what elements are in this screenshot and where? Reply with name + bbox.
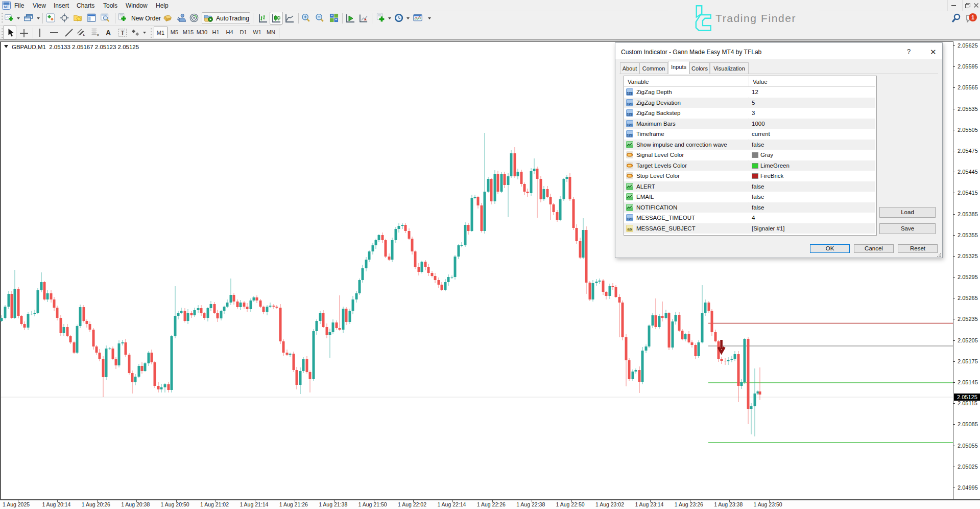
- svg-text:123: 123: [627, 91, 633, 95]
- svg-text:123: 123: [627, 112, 633, 116]
- svg-text:123: 123: [627, 123, 633, 126]
- svg-text:123: 123: [627, 133, 633, 137]
- svg-text:123: 123: [627, 217, 633, 221]
- svg-text:ab: ab: [628, 227, 632, 232]
- svg-text:123: 123: [627, 102, 633, 105]
